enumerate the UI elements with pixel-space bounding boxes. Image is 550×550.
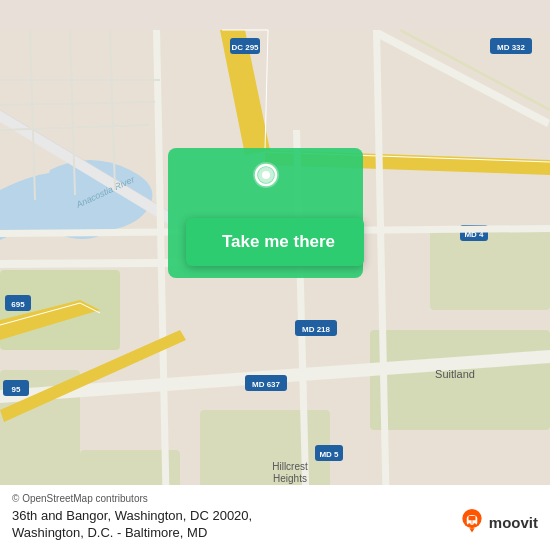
svg-point-35 xyxy=(262,171,270,179)
svg-rect-2 xyxy=(370,330,550,430)
svg-text:695: 695 xyxy=(11,300,25,309)
location-pin-icon xyxy=(247,160,285,198)
map-container: 695 DC 295 MD 332 MD 4 Anacostia River xyxy=(0,0,550,550)
svg-text:Heights: Heights xyxy=(273,473,307,484)
svg-point-40 xyxy=(473,523,476,526)
moovit-icon xyxy=(458,508,486,536)
svg-text:MD 637: MD 637 xyxy=(252,380,281,389)
svg-rect-3 xyxy=(200,410,330,490)
svg-rect-6 xyxy=(430,230,550,310)
take-me-there-button[interactable]: Take me there xyxy=(186,218,364,266)
svg-text:95: 95 xyxy=(12,385,21,394)
moovit-logo: moovit xyxy=(458,508,538,536)
svg-point-39 xyxy=(468,523,471,526)
svg-text:Hillcrest: Hillcrest xyxy=(272,461,308,472)
svg-text:DC 295: DC 295 xyxy=(231,43,259,52)
svg-text:MD 218: MD 218 xyxy=(302,325,331,334)
svg-text:MD 332: MD 332 xyxy=(497,43,526,52)
svg-text:Suitland: Suitland xyxy=(435,368,475,380)
map-attribution: © OpenStreetMap contributors xyxy=(12,493,538,504)
bottom-info-bar: © OpenStreetMap contributors 36th and Ba… xyxy=(0,485,550,550)
svg-text:MD 5: MD 5 xyxy=(319,450,339,459)
moovit-text: moovit xyxy=(489,514,538,531)
